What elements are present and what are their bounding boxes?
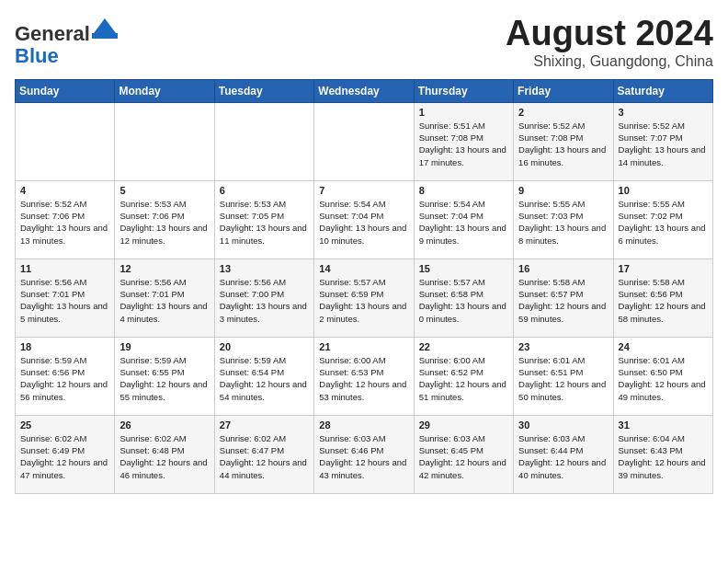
calendar-cell: 19Sunrise: 5:59 AM Sunset: 6:55 PM Dayli… <box>115 337 214 415</box>
calendar-cell: 22Sunrise: 6:00 AM Sunset: 6:52 PM Dayli… <box>414 337 513 415</box>
day-info: Sunrise: 5:52 AM Sunset: 7:07 PM Dayligh… <box>619 120 708 168</box>
calendar-cell <box>16 102 115 180</box>
day-info: Sunrise: 5:54 AM Sunset: 7:04 PM Dayligh… <box>319 198 408 247</box>
calendar-cell: 29Sunrise: 6:03 AM Sunset: 6:45 PM Dayli… <box>414 415 513 493</box>
calendar-cell: 9Sunrise: 5:55 AM Sunset: 7:03 PM Daylig… <box>514 180 613 259</box>
day-info: Sunrise: 5:54 AM Sunset: 7:04 PM Dayligh… <box>419 198 508 247</box>
calendar-cell: 21Sunrise: 6:00 AM Sunset: 6:53 PM Dayli… <box>314 337 414 415</box>
day-header-sunday: Sunday <box>16 79 115 102</box>
day-number: 20 <box>220 341 309 352</box>
day-info: Sunrise: 5:57 AM Sunset: 6:59 PM Dayligh… <box>319 276 408 325</box>
svg-rect-1 <box>92 33 118 39</box>
calendar-cell: 5Sunrise: 5:53 AM Sunset: 7:06 PM Daylig… <box>115 180 214 259</box>
day-info: Sunrise: 5:53 AM Sunset: 7:05 PM Dayligh… <box>220 198 309 247</box>
logo-blue: Blue <box>15 44 59 67</box>
day-number: 24 <box>619 341 708 352</box>
calendar-cell: 6Sunrise: 5:53 AM Sunset: 7:05 PM Daylig… <box>214 180 313 259</box>
day-info: Sunrise: 6:01 AM Sunset: 6:50 PM Dayligh… <box>619 354 708 403</box>
day-number: 31 <box>619 419 708 431</box>
day-info: Sunrise: 5:55 AM Sunset: 7:02 PM Dayligh… <box>619 198 708 247</box>
day-number: 25 <box>20 419 109 431</box>
calendar-cell: 30Sunrise: 6:03 AM Sunset: 6:44 PM Dayli… <box>514 415 613 493</box>
svg-marker-0 <box>94 18 116 33</box>
day-info: Sunrise: 6:04 AM Sunset: 6:43 PM Dayligh… <box>619 432 708 481</box>
day-number: 27 <box>220 419 309 431</box>
calendar-cell: 15Sunrise: 5:57 AM Sunset: 6:58 PM Dayli… <box>414 259 513 337</box>
day-info: Sunrise: 6:00 AM Sunset: 6:52 PM Dayligh… <box>419 354 508 403</box>
day-number: 9 <box>518 185 608 196</box>
calendar-table: SundayMondayTuesdayWednesdayThursdayFrid… <box>15 79 713 494</box>
day-info: Sunrise: 5:52 AM Sunset: 7:08 PM Dayligh… <box>518 120 608 168</box>
calendar-cell: 24Sunrise: 6:01 AM Sunset: 6:50 PM Dayli… <box>613 337 712 415</box>
day-number: 11 <box>20 263 109 274</box>
calendar-cell: 26Sunrise: 6:02 AM Sunset: 6:48 PM Dayli… <box>115 415 214 493</box>
day-number: 17 <box>619 263 708 274</box>
day-number: 2 <box>518 107 608 118</box>
day-number: 15 <box>419 263 508 274</box>
calendar-cell: 20Sunrise: 5:59 AM Sunset: 6:54 PM Dayli… <box>214 337 313 415</box>
day-info: Sunrise: 5:57 AM Sunset: 6:58 PM Dayligh… <box>419 276 508 325</box>
day-number: 21 <box>319 341 408 352</box>
day-info: Sunrise: 5:53 AM Sunset: 7:06 PM Dayligh… <box>119 198 209 247</box>
calendar-cell: 16Sunrise: 5:58 AM Sunset: 6:57 PM Dayli… <box>514 259 613 337</box>
day-number: 16 <box>518 263 608 274</box>
day-info: Sunrise: 6:02 AM Sunset: 6:47 PM Dayligh… <box>220 432 309 481</box>
day-number: 30 <box>518 419 608 431</box>
title-block: August 2024 Shixing, Guangdong, China <box>506 15 713 70</box>
day-number: 22 <box>419 341 508 352</box>
day-info: Sunrise: 6:00 AM Sunset: 6:53 PM Dayligh… <box>319 354 408 403</box>
day-info: Sunrise: 5:59 AM Sunset: 6:55 PM Dayligh… <box>119 354 209 403</box>
day-info: Sunrise: 6:03 AM Sunset: 6:46 PM Dayligh… <box>319 432 408 481</box>
calendar-cell: 10Sunrise: 5:55 AM Sunset: 7:02 PM Dayli… <box>613 180 712 259</box>
calendar-cell: 7Sunrise: 5:54 AM Sunset: 7:04 PM Daylig… <box>314 180 414 259</box>
day-info: Sunrise: 5:52 AM Sunset: 7:06 PM Dayligh… <box>20 198 109 247</box>
day-info: Sunrise: 5:58 AM Sunset: 6:57 PM Dayligh… <box>518 276 608 325</box>
calendar-cell <box>214 102 313 180</box>
calendar-cell: 3Sunrise: 5:52 AM Sunset: 7:07 PM Daylig… <box>613 102 712 180</box>
logo: General Blue <box>15 15 118 67</box>
calendar-cell: 8Sunrise: 5:54 AM Sunset: 7:04 PM Daylig… <box>414 180 513 259</box>
day-number: 12 <box>119 263 209 274</box>
day-info: Sunrise: 5:55 AM Sunset: 7:03 PM Dayligh… <box>518 198 608 247</box>
month-year: August 2024 <box>506 15 713 53</box>
day-info: Sunrise: 6:03 AM Sunset: 6:44 PM Dayligh… <box>518 432 608 481</box>
day-info: Sunrise: 5:58 AM Sunset: 6:56 PM Dayligh… <box>619 276 708 325</box>
logo-icon <box>92 15 118 40</box>
day-number: 1 <box>419 107 508 118</box>
calendar-cell: 18Sunrise: 5:59 AM Sunset: 6:56 PM Dayli… <box>16 337 115 415</box>
day-header-thursday: Thursday <box>414 79 513 102</box>
day-number: 3 <box>619 107 708 118</box>
day-info: Sunrise: 5:59 AM Sunset: 6:54 PM Dayligh… <box>220 354 309 403</box>
day-number: 18 <box>20 341 109 352</box>
calendar-cell: 23Sunrise: 6:01 AM Sunset: 6:51 PM Dayli… <box>514 337 613 415</box>
day-number: 28 <box>319 419 408 431</box>
day-number: 13 <box>220 263 309 274</box>
day-number: 8 <box>419 185 508 196</box>
day-header-saturday: Saturday <box>613 79 712 102</box>
calendar-cell: 25Sunrise: 6:02 AM Sunset: 6:49 PM Dayli… <box>16 415 115 493</box>
page-header: General Blue August 2024 Shixing, Guangd… <box>15 15 713 70</box>
day-number: 10 <box>619 185 708 196</box>
calendar-cell <box>115 102 214 180</box>
day-header-wednesday: Wednesday <box>314 79 414 102</box>
calendar-cell: 31Sunrise: 6:04 AM Sunset: 6:43 PM Dayli… <box>613 415 712 493</box>
calendar-cell: 4Sunrise: 5:52 AM Sunset: 7:06 PM Daylig… <box>16 180 115 259</box>
day-info: Sunrise: 6:03 AM Sunset: 6:45 PM Dayligh… <box>419 432 508 481</box>
day-info: Sunrise: 6:01 AM Sunset: 6:51 PM Dayligh… <box>518 354 608 403</box>
day-info: Sunrise: 5:56 AM Sunset: 7:00 PM Dayligh… <box>220 276 309 325</box>
day-info: Sunrise: 5:59 AM Sunset: 6:56 PM Dayligh… <box>20 354 109 403</box>
day-info: Sunrise: 5:56 AM Sunset: 7:01 PM Dayligh… <box>20 276 109 325</box>
day-number: 23 <box>518 341 608 352</box>
day-header-tuesday: Tuesday <box>214 79 313 102</box>
day-number: 14 <box>319 263 408 274</box>
day-info: Sunrise: 5:56 AM Sunset: 7:01 PM Dayligh… <box>119 276 209 325</box>
calendar-cell: 13Sunrise: 5:56 AM Sunset: 7:00 PM Dayli… <box>214 259 313 337</box>
day-number: 7 <box>319 185 408 196</box>
calendar-cell: 14Sunrise: 5:57 AM Sunset: 6:59 PM Dayli… <box>314 259 414 337</box>
calendar-cell: 27Sunrise: 6:02 AM Sunset: 6:47 PM Dayli… <box>214 415 313 493</box>
day-number: 29 <box>419 419 508 431</box>
calendar-cell: 12Sunrise: 5:56 AM Sunset: 7:01 PM Dayli… <box>115 259 214 337</box>
calendar-cell: 17Sunrise: 5:58 AM Sunset: 6:56 PM Dayli… <box>613 259 712 337</box>
day-info: Sunrise: 6:02 AM Sunset: 6:49 PM Dayligh… <box>20 432 109 481</box>
day-number: 4 <box>20 185 109 196</box>
